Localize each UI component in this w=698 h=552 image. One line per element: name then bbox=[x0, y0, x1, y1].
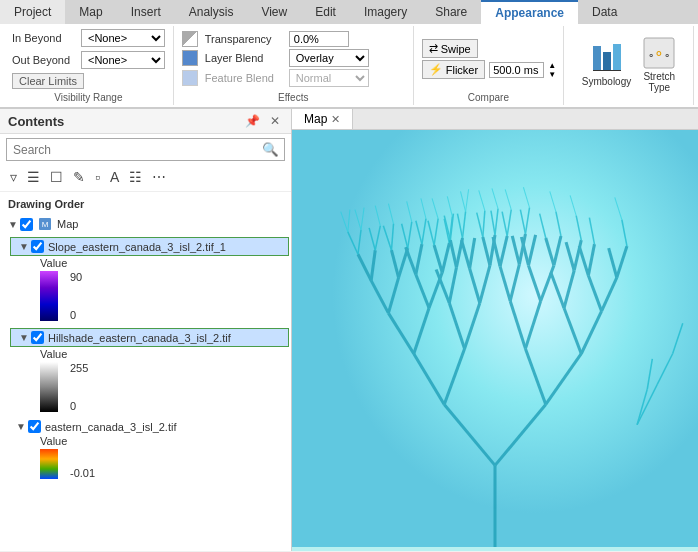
contents-toolbar: ▿ ☰ ☐ ✎ ▫ A ☷ ⋯ bbox=[0, 165, 291, 192]
hillshade-legend: Value 255 0 bbox=[8, 348, 291, 412]
visibility-button[interactable]: ☐ bbox=[46, 167, 67, 187]
map-tab-close-button[interactable]: ✕ bbox=[331, 113, 340, 126]
tab-imagery[interactable]: Imagery bbox=[350, 0, 421, 24]
draw-order-button[interactable]: ☰ bbox=[23, 167, 44, 187]
transparency-row: Transparency bbox=[182, 31, 405, 47]
eastern-expand-arrow: ▼ bbox=[16, 421, 26, 432]
slope-max-value: 90 bbox=[62, 271, 90, 283]
map-area: Map ✕ bbox=[292, 109, 698, 551]
contents-title: Contents bbox=[8, 114, 64, 129]
slope-checkbox[interactable] bbox=[31, 240, 44, 253]
ribbon: Project Map Insert Analysis View Edit Im… bbox=[0, 0, 698, 109]
contents-header: Contents 📌 ✕ bbox=[0, 109, 291, 134]
feature-blend-label: Feature Blend bbox=[205, 72, 285, 84]
clear-limits-button[interactable]: Clear Limits bbox=[12, 73, 84, 89]
tab-insert[interactable]: Insert bbox=[117, 0, 175, 24]
flicker-button[interactable]: ⚡ Flicker bbox=[422, 60, 485, 79]
feature-blend-select[interactable]: Normal bbox=[289, 69, 369, 87]
slope-legend-label: Value bbox=[32, 257, 291, 269]
in-beyond-select[interactable]: <None> bbox=[81, 29, 165, 47]
map-expand-arrow: ▼ bbox=[8, 219, 18, 230]
ribbon-content: In Beyond <None> Out Beyond <None> Clear… bbox=[0, 24, 698, 108]
contents-panel: Contents 📌 ✕ 🔍 ▿ ☰ ☐ ✎ ▫ A ☷ ⋯ Drawing O… bbox=[0, 109, 292, 551]
pin-button[interactable]: 📌 bbox=[242, 113, 263, 129]
symbology-icon bbox=[591, 42, 623, 74]
map-tab[interactable]: Map ✕ bbox=[292, 109, 353, 129]
table-button[interactable]: ☷ bbox=[125, 167, 146, 187]
stretch-type-button[interactable]: ⚬ ⚬ ⚬ StretchType bbox=[641, 35, 677, 95]
tab-appearance[interactable]: Appearance bbox=[481, 0, 578, 24]
flicker-input[interactable] bbox=[489, 62, 544, 78]
transparency-label: Transparency bbox=[205, 33, 285, 45]
eastern-layer-item: ▼ eastern_canada_3_isl_2.tif Value -0.01 bbox=[0, 416, 291, 483]
eastern-layer-row[interactable]: ▼ eastern_canada_3_isl_2.tif bbox=[8, 418, 291, 435]
map-icon: M bbox=[37, 216, 53, 232]
out-beyond-row: Out Beyond <None> bbox=[12, 51, 165, 69]
layer-blend-icon bbox=[182, 50, 198, 66]
feature-blend-icon bbox=[182, 70, 198, 86]
contents-body: Drawing Order ▼ M Map ▼ Slope_easte bbox=[0, 192, 291, 551]
tab-data[interactable]: Data bbox=[578, 0, 631, 24]
slope-legend-swatch: 90 0 bbox=[40, 271, 283, 321]
compare-group: ⇄ Swipe ⚡ Flicker ▲ ▼ Compare bbox=[414, 26, 564, 105]
tab-analysis[interactable]: Analysis bbox=[175, 0, 248, 24]
eastern-min-value: -0.01 bbox=[62, 467, 103, 479]
swipe-row: ⇄ Swipe bbox=[422, 39, 555, 58]
main-area: Contents 📌 ✕ 🔍 ▿ ☰ ☐ ✎ ▫ A ☷ ⋯ Drawing O… bbox=[0, 109, 698, 551]
eastern-gradient-swatch bbox=[40, 449, 58, 479]
tab-view[interactable]: View bbox=[247, 0, 301, 24]
hillshade-layer-row[interactable]: ▼ Hillshade_eastern_canada_3_isl_2.tif bbox=[10, 328, 289, 347]
map-root-checkbox[interactable] bbox=[20, 218, 33, 231]
map-tab-bar: Map ✕ bbox=[292, 109, 698, 130]
more-button[interactable]: ⋯ bbox=[148, 167, 170, 187]
symbology-group-label bbox=[572, 101, 685, 103]
hillshade-legend-values: 255 0 bbox=[58, 362, 96, 412]
transparency-icon bbox=[182, 31, 198, 47]
close-contents-button[interactable]: ✕ bbox=[267, 113, 283, 129]
eastern-legend-values: -0.01 bbox=[58, 449, 103, 479]
hillshade-legend-swatch: 255 0 bbox=[40, 362, 283, 412]
selection-button[interactable]: ▫ bbox=[91, 167, 104, 187]
swipe-icon: ⇄ bbox=[429, 42, 438, 55]
edit-button[interactable]: ✎ bbox=[69, 167, 89, 187]
svg-rect-2 bbox=[613, 44, 621, 70]
map-tab-label: Map bbox=[304, 112, 327, 126]
transparency-input[interactable] bbox=[289, 31, 349, 47]
search-bar: 🔍 bbox=[6, 138, 285, 161]
flicker-down-arrow[interactable]: ▼ bbox=[548, 70, 556, 79]
eastern-legend-label: Value bbox=[32, 435, 291, 447]
slope-expand-arrow: ▼ bbox=[19, 241, 29, 252]
symbology-button[interactable]: Symbology bbox=[580, 40, 633, 89]
tab-project[interactable]: Project bbox=[0, 0, 65, 24]
flicker-icon: ⚡ bbox=[429, 63, 443, 76]
search-button[interactable]: 🔍 bbox=[257, 139, 284, 160]
effects-controls: Transparency Layer Blend Overlay Normal … bbox=[182, 28, 405, 90]
layer-blend-select[interactable]: Overlay Normal Multiply bbox=[289, 49, 369, 67]
symbology-label: Symbology bbox=[582, 76, 631, 87]
flicker-spinner[interactable]: ▲ ▼ bbox=[548, 61, 556, 79]
effects-label: Effects bbox=[182, 90, 405, 103]
tab-edit[interactable]: Edit bbox=[301, 0, 350, 24]
svg-text:⚬: ⚬ bbox=[647, 50, 655, 61]
hillshade-legend-label: Value bbox=[32, 348, 291, 360]
slope-legend: Value 90 0 bbox=[8, 257, 291, 321]
filter-list-button[interactable]: ▿ bbox=[6, 167, 21, 187]
in-beyond-row: In Beyond <None> bbox=[12, 29, 165, 47]
labeling-button[interactable]: A bbox=[106, 167, 123, 187]
layer-blend-row: Layer Blend Overlay Normal Multiply bbox=[182, 49, 405, 67]
out-beyond-select[interactable]: <None> bbox=[81, 51, 165, 69]
eastern-legend-swatch: -0.01 bbox=[40, 449, 283, 479]
stretch-type-icon: ⚬ ⚬ ⚬ bbox=[643, 37, 675, 69]
swipe-button[interactable]: ⇄ Swipe bbox=[422, 39, 478, 58]
flicker-up-arrow[interactable]: ▲ bbox=[548, 61, 556, 70]
eastern-checkbox[interactable] bbox=[28, 420, 41, 433]
search-input[interactable] bbox=[7, 140, 257, 160]
tab-share[interactable]: Share bbox=[421, 0, 481, 24]
tab-map[interactable]: Map bbox=[65, 0, 116, 24]
slope-legend-values: 90 0 bbox=[58, 271, 90, 321]
hillshade-checkbox[interactable] bbox=[31, 331, 44, 344]
map-root-row[interactable]: ▼ M Map bbox=[0, 214, 291, 234]
hillshade-expand-arrow: ▼ bbox=[19, 332, 29, 343]
slope-layer-row[interactable]: ▼ Slope_eastern_canada_3_isl_2.tif_1 bbox=[10, 237, 289, 256]
compare-label: Compare bbox=[422, 90, 555, 103]
